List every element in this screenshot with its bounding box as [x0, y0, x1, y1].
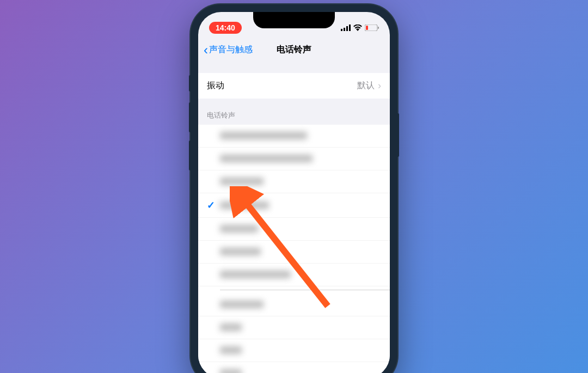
navigation-bar: ‹ 声音与触感 电话铃声: [198, 38, 390, 62]
status-icons: [341, 25, 379, 31]
volume-up-button: [189, 102, 191, 132]
ringtone-item[interactable]: [198, 316, 390, 339]
ringtone-item[interactable]: [198, 148, 390, 170]
svg-rect-6: [378, 27, 379, 29]
ringtone-item[interactable]: [198, 264, 390, 286]
phone-screen: 14:40 ‹ 声音与触感 电话铃声 振动: [198, 12, 390, 374]
ringtone-label-blurred: [220, 132, 307, 139]
vibration-label: 振动: [207, 80, 224, 91]
ringtone-item[interactable]: ✓: [198, 193, 390, 218]
ringtone-list: ✓: [198, 125, 390, 374]
signal-icon: [341, 25, 351, 31]
ringtone-label-blurred: [220, 248, 261, 255]
svg-rect-2: [346, 26, 348, 31]
status-time: 14:40: [209, 22, 242, 34]
ringtone-section-header: 电话铃声: [198, 99, 390, 125]
ringtone-label-blurred: [220, 346, 242, 354]
volume-down-button: [189, 140, 191, 170]
page-title: 电话铃声: [277, 44, 311, 56]
ringtone-item[interactable]: [198, 293, 390, 316]
back-button[interactable]: ‹ 声音与触感: [204, 44, 253, 57]
list-divider: [220, 290, 390, 290]
back-label: 声音与触感: [209, 44, 253, 56]
chevron-left-icon: ‹: [204, 44, 208, 57]
side-button: [189, 75, 191, 91]
ringtone-label-blurred: [220, 323, 242, 331]
svg-rect-5: [366, 26, 368, 30]
svg-rect-0: [341, 29, 342, 31]
ringtone-item[interactable]: [198, 339, 390, 362]
vibration-cell[interactable]: 振动 默认 ›: [198, 73, 390, 99]
chevron-right-icon: ›: [378, 80, 381, 91]
power-button: [397, 113, 399, 157]
vibration-value: 默认: [357, 80, 375, 91]
ringtone-label-blurred: [220, 369, 242, 373]
notch: [253, 12, 335, 28]
ringtone-item[interactable]: [198, 362, 390, 374]
ringtone-label-blurred: [220, 178, 264, 185]
svg-rect-3: [349, 25, 351, 31]
ringtone-item[interactable]: [198, 170, 390, 193]
phone-frame: 14:40 ‹ 声音与触感 电话铃声 振动: [191, 4, 397, 374]
wifi-icon: [353, 25, 362, 31]
svg-rect-1: [344, 28, 345, 31]
ringtone-item[interactable]: [198, 241, 390, 264]
checkmark-icon: ✓: [207, 199, 220, 211]
content-area: 振动 默认 › 电话铃声 ✓: [198, 62, 390, 374]
ringtone-label-blurred: [220, 155, 313, 162]
ringtone-label-blurred: [220, 201, 269, 209]
ringtone-label-blurred: [220, 225, 258, 233]
ringtone-label-blurred: [220, 301, 264, 308]
ringtone-item[interactable]: [198, 218, 390, 241]
ringtone-label-blurred: [220, 271, 291, 278]
ringtone-item[interactable]: [198, 125, 390, 148]
battery-low-icon: [365, 25, 379, 31]
